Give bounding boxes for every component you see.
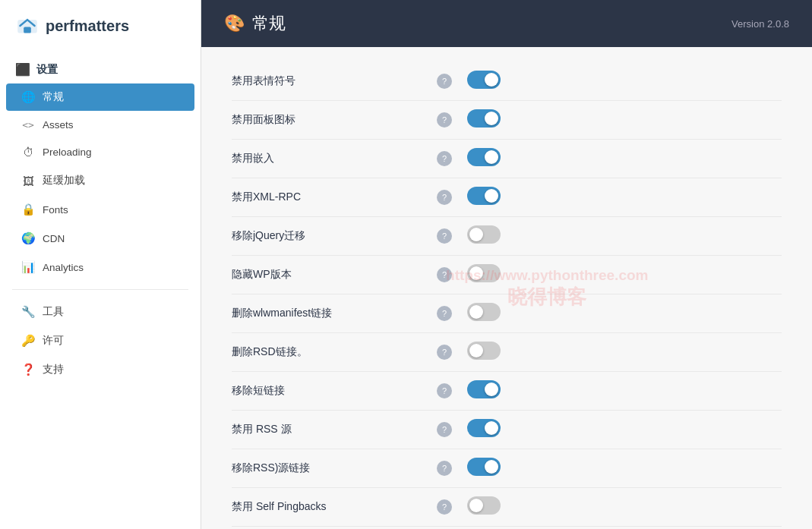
help-disable-rss[interactable]: ? [437, 422, 452, 437]
page-title: 🎨 常规 [224, 12, 286, 35]
toggle-wrap-remove-rss-links [467, 458, 501, 479]
toggle-remove-shortlinks[interactable] [467, 380, 501, 398]
toggle-remove-jquery-migrate[interactable] [467, 225, 501, 244]
sidebar: perfmatters ⬛ 设置 🌐 常规 <> Assets ⏱ Preloa… [0, 0, 201, 529]
setting-disable-embeds: 禁用嵌入 ? [232, 140, 782, 178]
setting-label-disable-emoji: 禁用表情符号 [232, 74, 429, 88]
sidebar-item-assets-label: Assets [43, 119, 74, 131]
toggle-wrap-disable-dashicons [467, 109, 501, 131]
setting-disable-xml-rpc: 禁用XML-RPC ? [232, 178, 782, 217]
setting-remove-jquery-migrate: 移除jQuery迁移 ? [232, 217, 782, 256]
toggle-disable-xml-rpc[interactable] [467, 187, 501, 205]
assets-icon: <> [21, 119, 35, 131]
toggle-remove-wlwmanifest[interactable] [467, 303, 501, 321]
toggle-disable-dashicons[interactable] [467, 109, 501, 128]
main-content: 🎨 常规 Version 2.0.8 https://www.pythonthr… [201, 0, 812, 529]
sidebar-item-assets[interactable]: <> Assets [6, 112, 194, 137]
support-icon: ❓ [21, 363, 35, 376]
help-remove-jquery-migrate[interactable]: ? [437, 228, 452, 244]
sidebar-item-general[interactable]: 🌐 常规 [6, 83, 194, 111]
cdn-icon: 🌍 [21, 231, 35, 245]
lazy-load-icon: 🖼 [21, 175, 35, 187]
sidebar-item-preloading-label: Preloading [43, 146, 92, 158]
help-remove-shortlinks[interactable]: ? [437, 383, 452, 398]
toggle-wrap-remove-jquery-migrate [467, 225, 501, 247]
setting-label-remove-rsd: 删除RSD链接。 [232, 345, 429, 359]
sidebar-item-lazy-load[interactable]: 🖼 延缓加载 [6, 167, 194, 194]
setting-label-disable-self-pingbacks: 禁用 Self Pingbacks [232, 500, 429, 514]
sidebar-item-license-label: 许可 [43, 334, 64, 348]
toggle-hide-wp-version[interactable] [467, 264, 501, 282]
help-disable-dashicons[interactable]: ? [437, 112, 452, 128]
sidebar-item-support-label: 支持 [43, 363, 64, 376]
setting-remove-wlwmanifest: 删除wlwmanifest链接 ? [232, 294, 782, 333]
sidebar-item-analytics-label: Analytics [43, 262, 84, 273]
analytics-icon: 📊 [21, 260, 35, 274]
tools-icon: 🔧 [21, 305, 35, 319]
help-disable-embeds[interactable]: ? [437, 151, 452, 166]
fonts-icon: 🔒 [21, 203, 35, 216]
toggle-wrap-hide-wp-version [467, 264, 501, 285]
license-icon: 🔑 [21, 334, 35, 348]
toggle-wrap-remove-shortlinks [467, 380, 501, 401]
settings-body: https://www.pythonthree.com 晓得博客 禁用表情符号 … [201, 47, 812, 529]
settings-section: ⬛ 设置 [0, 52, 201, 83]
toggle-disable-self-pingbacks[interactable] [467, 496, 501, 515]
page-title-text: 常规 [252, 12, 286, 35]
toggle-remove-rsd[interactable] [467, 342, 501, 360]
setting-label-disable-embeds: 禁用嵌入 [232, 152, 429, 165]
setting-disable-rss: 禁用 RSS 源 ? [232, 411, 782, 449]
toggle-disable-embeds[interactable] [467, 148, 501, 166]
toggle-remove-rss-links[interactable] [467, 458, 501, 476]
toggle-wrap-disable-self-pingbacks [467, 496, 501, 518]
setting-label-disable-xml-rpc: 禁用XML-RPC [232, 191, 429, 204]
toggle-wrap-disable-emoji [467, 71, 501, 92]
toggle-wrap-disable-rss [467, 419, 501, 440]
help-disable-xml-rpc[interactable]: ? [437, 190, 452, 205]
sidebar-item-license[interactable]: 🔑 许可 [6, 327, 194, 354]
divider-1 [12, 289, 188, 290]
toggle-wrap-remove-wlwmanifest [467, 303, 501, 324]
svg-rect-1 [24, 27, 31, 33]
setting-label-remove-rss-links: 移除RSS)源链接 [232, 461, 429, 475]
setting-disable-dashicons: 禁用面板图标 ? [232, 101, 782, 140]
sidebar-item-cdn[interactable]: 🌍 CDN [6, 225, 194, 252]
setting-label-remove-jquery-migrate: 移除jQuery迁移 [232, 229, 429, 243]
sidebar-item-fonts-label: Fonts [43, 204, 68, 216]
sidebar-item-support[interactable]: ❓ 支持 [6, 356, 194, 383]
logo-text: perfmatters [46, 17, 129, 35]
page-title-icon: 🎨 [224, 14, 245, 33]
logo: perfmatters [0, 0, 201, 52]
setting-label-disable-rss: 禁用 RSS 源 [232, 423, 429, 436]
help-hide-wp-version[interactable]: ? [437, 267, 452, 282]
setting-hide-wp-version: 隐藏WP版本 ? [232, 256, 782, 294]
sidebar-item-analytics[interactable]: 📊 Analytics [6, 253, 194, 281]
sidebar-item-fonts[interactable]: 🔒 Fonts [6, 196, 194, 223]
sidebar-item-preloading[interactable]: ⏱ Preloading [6, 139, 194, 165]
setting-remove-shortlinks: 移除短链接 ? [232, 372, 782, 411]
help-disable-self-pingbacks[interactable]: ? [437, 499, 452, 515]
general-icon: 🌐 [21, 90, 35, 104]
setting-label-disable-dashicons: 禁用面板图标 [232, 113, 429, 127]
main-header: 🎨 常规 Version 2.0.8 [201, 0, 812, 47]
setting-remove-rss-links: 移除RSS)源链接 ? [232, 449, 782, 488]
sidebar-item-cdn-label: CDN [43, 233, 65, 244]
sidebar-item-general-label: 常规 [43, 90, 64, 104]
logo-icon [15, 14, 39, 38]
help-disable-emoji[interactable]: ? [437, 74, 452, 89]
toggle-wrap-disable-embeds [467, 148, 501, 169]
preloading-icon: ⏱ [21, 146, 35, 159]
setting-label-hide-wp-version: 隐藏WP版本 [232, 268, 429, 282]
setting-label-remove-wlwmanifest: 删除wlwmanifest链接 [232, 307, 429, 320]
help-remove-rss-links[interactable]: ? [437, 461, 452, 476]
settings-label: 设置 [36, 63, 58, 77]
help-remove-rsd[interactable]: ? [437, 345, 452, 360]
sidebar-item-tools-label: 工具 [43, 305, 64, 319]
sidebar-item-tools[interactable]: 🔧 工具 [6, 298, 194, 326]
help-remove-wlwmanifest[interactable]: ? [437, 306, 452, 321]
settings-icon: ⬛ [15, 62, 30, 77]
setting-disable-self-pingbacks: 禁用 Self Pingbacks ? [232, 488, 782, 527]
toggle-disable-emoji[interactable] [467, 71, 501, 89]
toggle-disable-rss[interactable] [467, 419, 501, 437]
version-label: Version 2.0.8 [731, 18, 789, 30]
